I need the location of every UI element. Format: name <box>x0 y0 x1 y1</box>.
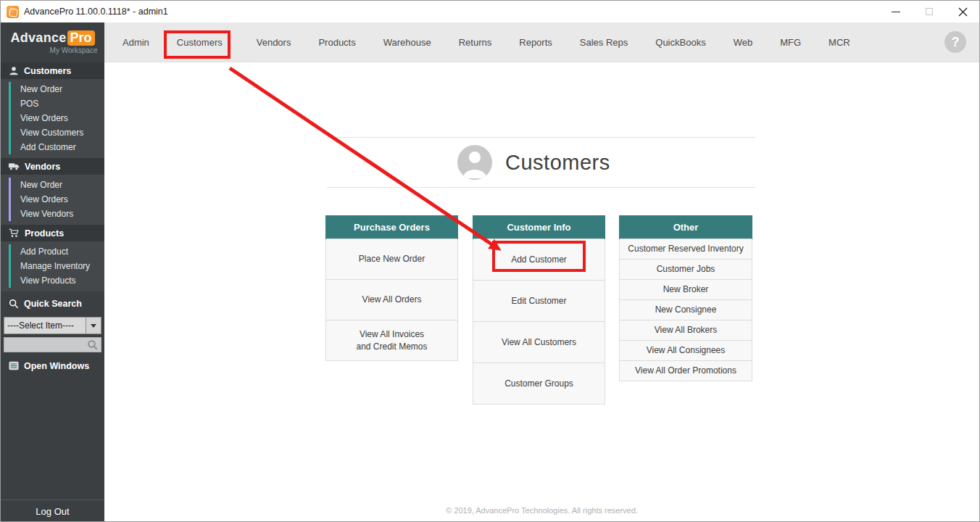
action-customer-groups[interactable]: Customer Groups <box>473 362 605 404</box>
sidebar-item-view-customers[interactable]: View Customers <box>9 125 104 140</box>
app-window: AdvancePro 11.00.0.1118* - admin1 Advanc… <box>0 0 980 522</box>
action-customer-reserved-inventory[interactable]: Customer Reserved Inventory <box>620 239 752 259</box>
minimize-button[interactable] <box>879 1 913 22</box>
cart-icon <box>9 228 20 238</box>
close-button[interactable] <box>946 1 979 22</box>
maximize-icon <box>926 8 933 15</box>
logo-pro-badge: Pro <box>67 30 95 46</box>
sidebar-item-new-order[interactable]: New Order <box>9 82 104 96</box>
close-icon <box>958 7 968 17</box>
titlebar: AdvancePro 11.00.0.1118* - admin1 <box>1 1 979 22</box>
copyright-footer: © 2019, AdvancePro Technologies. All rig… <box>104 506 979 515</box>
quick-search-label: Quick Search <box>24 299 82 309</box>
tab-returns[interactable]: Returns <box>459 37 492 48</box>
sidebar-vendors-items: New Order View Orders View Vendors <box>1 175 104 225</box>
sidebar-customers-items: New Order POS View Orders View Customers… <box>1 79 104 158</box>
sidebar-item-add-customer[interactable]: Add Customer <box>9 140 104 154</box>
tab-quickbooks[interactable]: QuickBooks <box>655 37 705 48</box>
tab-vendors[interactable]: Vendors <box>257 37 291 48</box>
tab-mcr[interactable]: MCR <box>829 37 850 48</box>
sidebar-logo: Advance Pro My Workspace <box>1 22 104 62</box>
tab-sales-reps[interactable]: Sales Reps <box>580 37 628 48</box>
card-header: Purchase Orders <box>325 215 458 239</box>
sidebar-products-items: Add Product Manage Inventory View Produc… <box>1 241 104 291</box>
sidebar-section-quick-search: Quick Search <box>1 295 104 312</box>
page-title: Customers <box>505 151 610 175</box>
sidebar-section-label: Customers <box>24 66 71 76</box>
action-add-customer[interactable]: Add Customer <box>473 239 605 280</box>
truck-icon <box>9 162 20 171</box>
sidebar-section-label: Products <box>25 228 64 239</box>
sidebar-item-view-products[interactable]: View Products <box>9 273 104 288</box>
minimize-icon <box>892 12 900 12</box>
action-place-new-order[interactable]: Place New Order <box>326 239 457 279</box>
select-dropdown-button[interactable] <box>86 318 101 334</box>
sidebar-item-view-orders[interactable]: View Orders <box>9 111 104 125</box>
action-view-all-consignees[interactable]: View All Consignees <box>620 340 752 360</box>
maximize-button[interactable] <box>913 1 946 22</box>
divider <box>327 187 756 188</box>
sidebar-section-vendors: Vendors <box>1 158 104 175</box>
card-purchase-orders: Purchase Orders Place New Order View All… <box>325 215 458 361</box>
search-icon[interactable] <box>87 339 99 351</box>
sidebar-item-manage-inventory[interactable]: Manage Inventory <box>9 259 104 273</box>
top-navbar: Admin Customers Vendors Products Warehou… <box>104 22 979 62</box>
sidebar-item-vendor-view-orders[interactable]: View Orders <box>9 192 104 207</box>
list-icon <box>9 361 19 370</box>
sidebar-item-add-product[interactable]: Add Product <box>9 244 104 259</box>
quick-search-box <box>4 337 101 352</box>
card-header: Other <box>619 215 752 239</box>
logo-subtitle: My Workspace <box>8 46 98 54</box>
tab-warehouse[interactable]: Warehouse <box>383 37 431 48</box>
search-icon <box>9 299 19 309</box>
window-title: AdvancePro 11.00.0.1118* - admin1 <box>24 7 168 17</box>
card-other: Other Customer Reserved Inventory Custom… <box>619 215 752 381</box>
logout-button[interactable]: Log Out <box>1 500 104 522</box>
card-customer-info: Customer Info Add Customer Edit Customer… <box>473 215 605 405</box>
sidebar-section-label: Vendors <box>25 162 60 172</box>
chevron-down-icon <box>91 324 96 328</box>
divider <box>327 137 756 138</box>
action-view-all-orders[interactable]: View All Orders <box>326 279 457 320</box>
sidebar-section-open-windows[interactable]: Open Windows <box>1 357 104 374</box>
sidebar-item-pos[interactable]: POS <box>9 96 104 111</box>
tab-customers[interactable]: Customers <box>177 37 223 48</box>
window-controls <box>879 1 979 22</box>
sidebar-section-products: Products <box>1 225 104 241</box>
action-view-all-brokers[interactable]: View All Brokers <box>620 320 752 340</box>
content-area: Customers Purchase Orders Place New Orde… <box>104 62 979 522</box>
logo-advance-text: Advance <box>10 30 66 46</box>
person-icon <box>9 66 19 76</box>
help-icon[interactable]: ? <box>944 31 966 53</box>
action-new-broker[interactable]: New Broker <box>620 279 752 299</box>
open-windows-label: Open Windows <box>24 361 89 371</box>
sidebar-section-customers: Customers <box>1 62 104 79</box>
quick-search-select-value: ----Select Item---- <box>4 318 86 334</box>
sidebar-item-vendor-new-order[interactable]: New Order <box>9 178 104 192</box>
sidebar: Advance Pro My Workspace Customers New O… <box>1 22 104 522</box>
quick-search-select[interactable]: ----Select Item---- <box>4 317 101 334</box>
action-new-consignee[interactable]: New Consignee <box>620 299 752 320</box>
action-customer-jobs[interactable]: Customer Jobs <box>620 259 752 279</box>
action-view-all-invoices[interactable]: View All Invoices and Credit Memos <box>326 320 457 360</box>
tab-web[interactable]: Web <box>734 37 753 48</box>
tab-admin[interactable]: Admin <box>122 37 149 48</box>
action-view-all-order-promotions[interactable]: View All Order Promotions <box>620 360 752 381</box>
tab-reports[interactable]: Reports <box>519 37 552 48</box>
customer-avatar-icon <box>457 145 492 180</box>
card-header: Customer Info <box>473 215 605 239</box>
tab-mfg[interactable]: MFG <box>780 37 801 48</box>
sidebar-item-view-vendors[interactable]: View Vendors <box>9 207 104 221</box>
action-edit-customer[interactable]: Edit Customer <box>473 280 605 321</box>
action-view-all-customers[interactable]: View All Customers <box>473 321 605 362</box>
app-logo-icon <box>7 6 19 18</box>
tab-products[interactable]: Products <box>318 37 355 48</box>
